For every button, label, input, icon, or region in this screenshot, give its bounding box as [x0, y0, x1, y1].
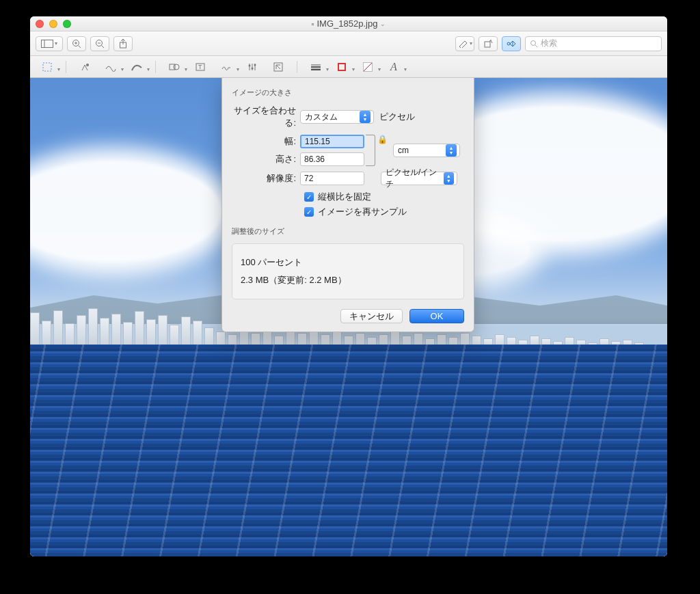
result-size: 2.3 MB（変更前: 2.2 MB）	[241, 274, 455, 286]
svg-point-18	[174, 64, 179, 70]
fill-color-button[interactable]: ▾	[358, 59, 378, 75]
search-placeholder: 検索	[541, 38, 557, 49]
width-label: 幅:	[232, 135, 300, 148]
svg-point-16	[86, 64, 89, 66]
dialog-button-row: キャンセル OK	[232, 309, 464, 323]
markup-button[interactable]	[502, 36, 521, 51]
resolution-label: 解像度:	[232, 172, 300, 185]
resolution-row: 解像度: 72 ピクセル/インチ ▲▼	[232, 172, 464, 185]
select-arrows-icon: ▲▼	[360, 111, 371, 123]
title-chevron-icon[interactable]: ⌄	[380, 21, 386, 27]
resample-checkbox[interactable]: ✓	[304, 207, 314, 217]
aspect-ratio-checkbox[interactable]: ✓	[304, 192, 314, 202]
zoom-out-button[interactable]	[90, 36, 109, 51]
resample-label: イメージを再サンプル	[318, 206, 407, 218]
line-style-button[interactable]: ▾	[306, 59, 326, 75]
window-title: ▫ IMG_1852p.jpg ⌄	[30, 18, 667, 29]
selection-tool-button[interactable]: ▾	[37, 59, 57, 75]
search-field[interactable]: 検索	[525, 36, 662, 51]
svg-point-24	[249, 64, 251, 66]
ok-button[interactable]: OK	[409, 309, 464, 323]
svg-rect-0	[42, 40, 53, 47]
select-arrows-icon: ▲▼	[444, 172, 454, 185]
svg-rect-11	[485, 42, 490, 47]
rotate-button[interactable]	[479, 36, 498, 51]
svg-rect-15	[43, 63, 51, 71]
width-input[interactable]: 115.15	[300, 135, 364, 148]
resolution-input[interactable]: 72	[300, 172, 364, 185]
result-title: 調整後のサイズ	[232, 226, 464, 237]
preview-window: ▫ IMG_1852p.jpg ⌄ ▾ ▾	[30, 16, 667, 556]
result-percent: 100 パーセント	[241, 256, 455, 269]
adjust-color-button[interactable]	[242, 59, 262, 75]
height-input[interactable]: 86.36	[300, 152, 364, 166]
ocean-decoration	[30, 345, 667, 556]
search-icon	[530, 40, 538, 48]
svg-text:T: T	[198, 64, 202, 70]
svg-line-28	[276, 65, 280, 69]
dimension-labels-inputs: 幅: 115.15 高さ: 86.36	[232, 135, 364, 166]
lock-icon[interactable]: 🔒	[377, 135, 388, 144]
file-icon: ▫	[312, 20, 314, 28]
sketch-button[interactable]: ▾	[100, 59, 121, 75]
shapes-button[interactable]: ▾	[164, 59, 185, 75]
instant-alpha-button[interactable]	[75, 59, 95, 75]
text-button[interactable]: T	[190, 59, 211, 75]
adjust-size-button[interactable]	[268, 59, 288, 75]
svg-line-14	[535, 45, 537, 47]
main-toolbar: ▾ ▾ 検索	[30, 31, 667, 56]
dimension-unit-select[interactable]: cm ▲▼	[393, 144, 460, 157]
window-title-text: IMG_1852p.jpg	[317, 18, 378, 29]
lock-bracket	[366, 135, 375, 166]
dimensions-row: 幅: 115.15 高さ: 86.36 🔒 cm ▲▼	[232, 135, 464, 166]
toolbar-divider	[155, 61, 156, 73]
highlight-button[interactable]: ▾	[455, 36, 474, 51]
fit-row: サイズを合わせる: カスタム ▲▼ ピクセル	[232, 105, 464, 129]
result-box: 100 パーセント 2.3 MB（変更前: 2.2 MB）	[232, 243, 464, 299]
aspect-ratio-checkbox-row: ✓ 縦横比を固定	[304, 191, 464, 203]
border-color-button[interactable]: ▾	[332, 59, 352, 75]
svg-point-25	[252, 67, 254, 69]
resolution-unit-value: ピクセル/インチ	[386, 167, 444, 190]
resample-checkbox-row: ✓ イメージを再サンプル	[304, 206, 464, 218]
markup-toolbar: ▾ ▾ ▾ ▾ T ▾ ▾ ▾ ▾ A▾	[30, 56, 667, 78]
text-style-button[interactable]: A▾	[383, 59, 404, 75]
select-arrows-icon: ▲▼	[446, 144, 457, 157]
zoom-in-button[interactable]	[67, 36, 86, 51]
svg-line-3	[79, 45, 81, 48]
fit-select-value: カスタム	[305, 111, 338, 123]
fit-unit-text: ピクセル	[379, 111, 415, 123]
resolution-unit-select[interactable]: ピクセル/インチ ▲▼	[381, 172, 457, 185]
svg-point-13	[531, 40, 536, 45]
sidebar-toggle-button[interactable]: ▾	[36, 36, 63, 51]
svg-point-26	[254, 64, 256, 66]
image-canvas[interactable]: イメージの大きさ サイズを合わせる: カスタム ▲▼ ピクセル 幅: 115.1…	[30, 78, 667, 556]
toolbar-divider	[66, 61, 66, 73]
aspect-ratio-label: 縦横比を固定	[318, 191, 371, 203]
image-size-dialog: イメージの大きさ サイズを合わせる: カスタム ▲▼ ピクセル 幅: 115.1…	[221, 78, 474, 332]
share-button[interactable]	[113, 36, 133, 51]
fit-label: サイズを合わせる:	[232, 105, 300, 129]
cancel-button[interactable]: キャンセル	[340, 309, 403, 323]
titlebar: ▫ IMG_1852p.jpg ⌄	[30, 16, 667, 31]
dialog-section-title: イメージの大きさ	[232, 87, 464, 98]
toolbar-divider	[297, 61, 297, 73]
svg-line-7	[102, 45, 105, 48]
draw-button[interactable]: ▾	[126, 59, 147, 75]
height-label: 高さ:	[232, 153, 300, 165]
sign-button[interactable]: ▾	[216, 59, 237, 75]
dimension-unit-value: cm	[398, 146, 409, 155]
fit-select[interactable]: カスタム ▲▼	[300, 110, 374, 124]
